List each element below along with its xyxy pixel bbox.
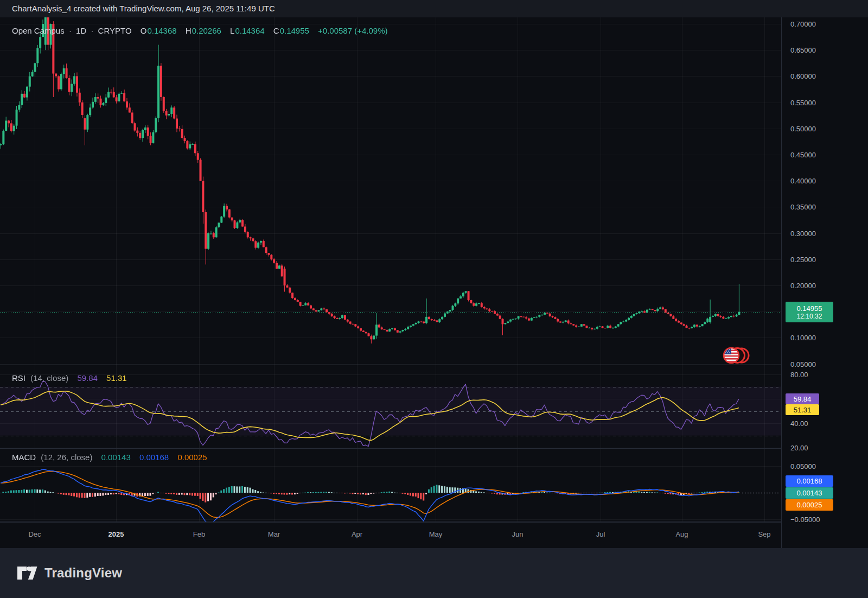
price-tick: 0.20000 xyxy=(790,282,816,290)
macd-hist-badge: 0.00143 xyxy=(786,487,833,499)
last-price-badge: 0.14955 12:10:32 xyxy=(786,302,833,322)
month-label: Aug xyxy=(675,530,688,538)
price-tick: 0.10000 xyxy=(790,334,816,342)
month-label: Mar xyxy=(268,530,280,538)
symbol-name: Open Campus xyxy=(12,26,65,35)
price-tick: 0.05000 xyxy=(790,360,816,368)
macd-hist-value: 0.00143 xyxy=(101,453,131,462)
price-tick: 0.45000 xyxy=(790,151,816,159)
tradingview-logo-icon[interactable] xyxy=(16,565,38,581)
last-price: 0.14955 xyxy=(797,304,822,313)
rsi-tick: 80.00 xyxy=(790,371,808,379)
macd-tick: 0.05000 xyxy=(790,462,816,470)
time-axis[interactable]: Dec 2025 Feb Mar Apr May Jun Jul Aug Sep xyxy=(0,522,781,548)
change-value: +0.00587 (+4.09%) xyxy=(318,26,387,35)
macd-line-value: 0.00168 xyxy=(139,453,169,462)
month-label: May xyxy=(429,530,443,538)
high-value: 0.20266 xyxy=(192,26,221,35)
rsi-value: 59.84 xyxy=(77,373,98,383)
price-tick: 0.30000 xyxy=(790,230,816,238)
open-label: O xyxy=(141,26,147,35)
symbol-interval: 1D xyxy=(76,26,86,35)
price-tick: 0.25000 xyxy=(790,256,816,264)
price-tick: 0.35000 xyxy=(790,203,816,211)
price-tick: 0.50000 xyxy=(790,125,816,133)
tradingview-brand-text[interactable]: TradingView xyxy=(44,565,122,581)
price-tick: 0.70000 xyxy=(790,20,816,28)
month-label: Feb xyxy=(193,530,205,538)
open-value: 0.14368 xyxy=(147,26,176,35)
chart-area: Open Campus · 1D · CRYPTO O0.14368 H0.20… xyxy=(0,17,868,548)
month-label: Sep xyxy=(758,530,770,538)
rsi-params: (14, close) xyxy=(30,373,68,383)
macd-params: (12, 26, close) xyxy=(41,453,92,462)
symbol-exchange: CRYPTO xyxy=(98,26,132,35)
macd-tick: −0.05000 xyxy=(790,516,820,524)
month-label: Dec xyxy=(28,530,41,538)
year-label: 2025 xyxy=(108,530,124,538)
rsi-value-badge: 59.84 xyxy=(786,393,819,404)
macd-legend[interactable]: MACD (12, 26, close) 0.00143 0.00168 0.0… xyxy=(12,453,207,462)
header-title: ChartAnalysis_4 created with TradingView… xyxy=(12,4,275,13)
rsi-legend[interactable]: RSI (14, close) 59.84 51.31 xyxy=(12,373,127,383)
macd-line-badge: 0.00168 xyxy=(786,475,833,487)
month-label: Jun xyxy=(512,530,524,538)
symbol-legend[interactable]: Open Campus · 1D · CRYPTO O0.14368 H0.20… xyxy=(12,26,388,35)
close-label: C xyxy=(273,26,279,35)
month-label: Apr xyxy=(352,530,362,538)
price-tick: 0.60000 xyxy=(790,72,816,80)
chart-canvas[interactable] xyxy=(0,17,781,522)
macd-title: MACD xyxy=(12,453,36,462)
countdown-timer: 12:10:32 xyxy=(797,313,822,320)
rsi-tick: 20.00 xyxy=(790,444,808,452)
rsi-tick: 40.00 xyxy=(790,419,808,428)
macd-signal-badge: 0.00025 xyxy=(786,499,833,511)
month-label: Jul xyxy=(596,530,605,538)
price-scale[interactable]: 0.70000 0.65000 0.60000 0.55000 0.50000 … xyxy=(781,17,868,548)
price-tick: 0.65000 xyxy=(790,46,816,54)
rsi-ma-value-badge: 51.31 xyxy=(786,404,819,415)
close-value: 0.14955 xyxy=(280,26,309,35)
high-label: H xyxy=(186,26,192,35)
rsi-ma-value: 51.31 xyxy=(106,373,127,383)
header-bar: ChartAnalysis_4 created with TradingView… xyxy=(0,0,868,17)
footer-bar: TradingView xyxy=(0,548,868,598)
us-flag-sticker-icon[interactable] xyxy=(719,345,750,368)
price-tick: 0.40000 xyxy=(790,177,816,185)
low-label: L xyxy=(230,26,234,35)
low-value: 0.14364 xyxy=(235,26,264,35)
macd-signal-value: 0.00025 xyxy=(177,453,207,462)
rsi-title: RSI xyxy=(12,373,25,383)
price-tick: 0.55000 xyxy=(790,99,816,107)
